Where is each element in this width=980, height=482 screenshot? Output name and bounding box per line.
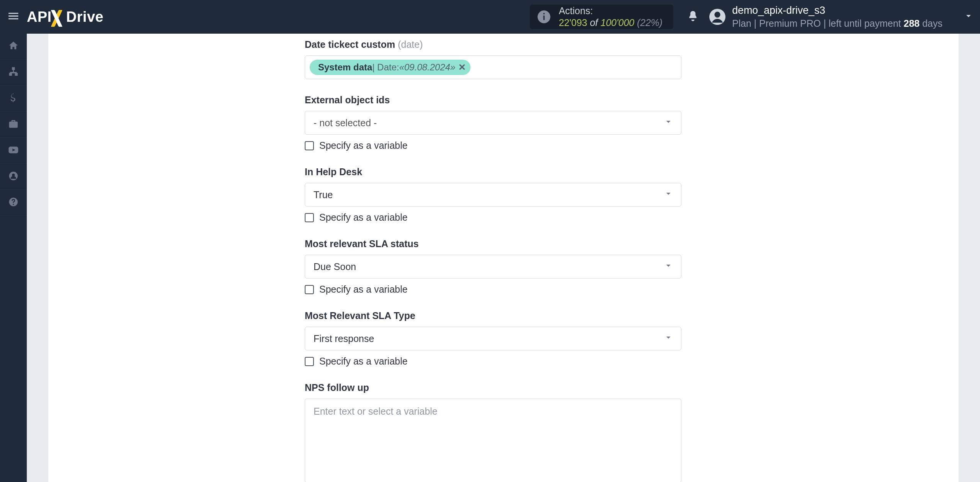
row-external-ids: External object ids - not selected - Spe… bbox=[305, 94, 681, 151]
row-sla-status: Most relevant SLA status Due Soon Specif… bbox=[305, 238, 681, 295]
nav-connections[interactable] bbox=[0, 60, 27, 86]
info-icon bbox=[535, 8, 553, 26]
checkbox-helpdesk-var[interactable]: Specify as a variable bbox=[305, 212, 681, 223]
chevron-down-icon bbox=[664, 117, 673, 129]
textarea-nps[interactable]: Enter text or select a variable bbox=[305, 399, 681, 482]
select-external-ids[interactable]: - not selected - bbox=[305, 111, 681, 135]
nav-help[interactable] bbox=[0, 190, 27, 216]
user-plan: Plan | Premium PRO | left until payment … bbox=[732, 17, 942, 30]
home-icon bbox=[8, 40, 19, 53]
checkbox-icon bbox=[305, 285, 314, 294]
logo-text-drive: Drive bbox=[66, 9, 104, 25]
bell-icon bbox=[687, 10, 699, 24]
label-sla-status: Most relevant SLA status bbox=[305, 238, 681, 249]
form: Date tickect custom (date) System data |… bbox=[305, 34, 681, 482]
nav-billing[interactable] bbox=[0, 86, 27, 112]
actions-total: 100'000 bbox=[601, 17, 634, 28]
select-sla-status[interactable]: Due Soon bbox=[305, 255, 681, 278]
nav-projects[interactable] bbox=[0, 112, 27, 138]
actions-pct: (22%) bbox=[637, 17, 663, 28]
notifications-button[interactable] bbox=[682, 0, 704, 34]
logo[interactable]: API Drive bbox=[27, 9, 103, 25]
token-remove[interactable]: ✕ bbox=[458, 62, 466, 73]
nav-account[interactable] bbox=[0, 164, 27, 190]
select-helpdesk[interactable]: True bbox=[305, 183, 681, 207]
label-sla-type: Most Relevant SLA Type bbox=[305, 310, 681, 321]
select-value: True bbox=[314, 189, 333, 200]
checkbox-sla-status-var[interactable]: Specify as a variable bbox=[305, 284, 681, 295]
dollar-icon bbox=[8, 92, 19, 105]
actions-text: Actions: 22'093 of 100'000 (22%) bbox=[559, 5, 663, 29]
token-system-date[interactable]: System data | Date: «09.08.2024» ✕ bbox=[310, 60, 470, 75]
nav-home[interactable] bbox=[0, 34, 27, 60]
avatar-icon bbox=[709, 8, 726, 26]
checkbox-external-var[interactable]: Specify as a variable bbox=[305, 140, 681, 151]
actions-box[interactable]: Actions: 22'093 of 100'000 (22%) bbox=[530, 5, 673, 29]
sitemap-icon bbox=[8, 66, 19, 79]
actions-label: Actions: bbox=[559, 5, 663, 17]
card: Date tickect custom (date) System data |… bbox=[48, 34, 959, 482]
briefcase-icon bbox=[8, 118, 19, 131]
logo-text-api: API bbox=[27, 9, 52, 25]
sidebar bbox=[0, 34, 27, 482]
user-menu-caret[interactable] bbox=[957, 0, 980, 34]
checkbox-sla-type-var[interactable]: Specify as a variable bbox=[305, 356, 681, 367]
label-helpdesk: In Help Desk bbox=[305, 166, 681, 177]
select-value: Due Soon bbox=[314, 261, 356, 272]
select-value: - not selected - bbox=[314, 117, 377, 129]
user-menu[interactable]: demo_apix-drive_s3 Plan | Premium PRO | … bbox=[709, 4, 942, 30]
youtube-icon bbox=[8, 144, 19, 157]
label-nps: NPS follow up bbox=[305, 382, 681, 393]
row-sla-type: Most Relevant SLA Type First response Sp… bbox=[305, 310, 681, 367]
header: API Drive Actions: 22'093 of 100'000 (22… bbox=[0, 0, 980, 34]
page: Date tickect custom (date) System data |… bbox=[27, 34, 980, 482]
field-date-custom[interactable]: System data | Date: «09.08.2024» ✕ bbox=[305, 55, 681, 79]
chevron-down-icon bbox=[664, 333, 673, 344]
row-helpdesk: In Help Desk True Specify as a variable bbox=[305, 166, 681, 223]
chevron-down-icon bbox=[664, 189, 673, 200]
textarea-placeholder: Enter text or select a variable bbox=[314, 406, 438, 417]
label-external-ids: External object ids bbox=[305, 94, 681, 106]
user-name: demo_apix-drive_s3 bbox=[732, 4, 942, 17]
menu-toggle[interactable] bbox=[0, 0, 27, 34]
row-nps: NPS follow up Enter text or select a var… bbox=[305, 382, 681, 482]
help-icon bbox=[8, 196, 19, 209]
checkbox-icon bbox=[305, 141, 314, 150]
bars-icon bbox=[7, 10, 20, 24]
chevron-down-icon bbox=[964, 11, 973, 22]
actions-used: 22'093 bbox=[559, 17, 587, 28]
checkbox-icon bbox=[305, 213, 314, 222]
checkbox-icon bbox=[305, 357, 314, 366]
chevron-down-icon bbox=[664, 261, 673, 272]
row-date-custom: Date tickect custom (date) System data |… bbox=[305, 39, 681, 79]
select-value: First response bbox=[314, 333, 374, 344]
select-sla-type[interactable]: First response bbox=[305, 327, 681, 350]
nav-video[interactable] bbox=[0, 138, 27, 164]
user-icon bbox=[8, 170, 19, 183]
actions-of: of bbox=[590, 17, 598, 28]
label-date-custom: Date tickect custom (date) bbox=[305, 39, 681, 50]
